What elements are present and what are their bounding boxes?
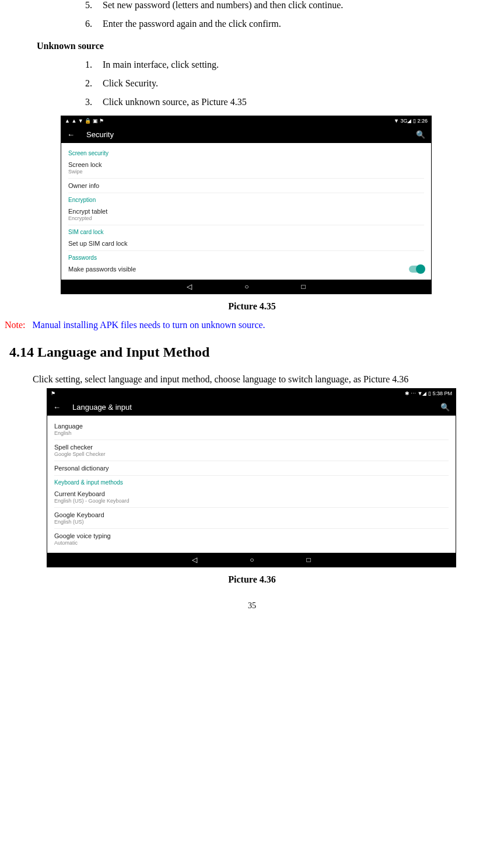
nav-back-icon[interactable]: ◁ — [192, 556, 197, 564]
appbar-title: Security — [86, 130, 404, 139]
row-title: Google Keyboard — [54, 511, 449, 518]
note-line: Note: Manual installing APK files needs … — [5, 320, 499, 330]
subheading-unknown-source: Unknown source — [37, 41, 499, 51]
row-sim-card-lock[interactable]: Set up SIM card lock — [68, 236, 424, 251]
status-left-icons: ▲ ▲ ▼ 🔒 ▣ ⚑ — [65, 118, 104, 124]
list-text: Enter the password again and the click c… — [103, 19, 499, 29]
nav-recent-icon[interactable]: □ — [307, 556, 311, 564]
row-title: Make passwords visible — [68, 266, 409, 273]
list-number: 2. — [69, 78, 103, 89]
section-passwords: Passwords — [68, 251, 424, 262]
row-subtitle: Encrypted — [68, 215, 424, 221]
back-icon[interactable]: ← — [67, 130, 75, 139]
paragraph-language-input: Click setting, select language and input… — [33, 374, 499, 385]
row-subtitle: English (US) — [54, 519, 449, 525]
nav-home-icon[interactable]: ○ — [244, 283, 249, 291]
row-subtitle: Swipe — [68, 169, 424, 175]
section-encryption: Encryption — [68, 193, 424, 204]
list-number: 5. — [69, 0, 103, 11]
search-icon[interactable]: 🔍 — [416, 130, 425, 139]
row-screen-lock[interactable]: Screen lock Swipe — [68, 158, 424, 179]
caption-picture-4-35: Picture 4.35 — [5, 301, 499, 312]
row-title: Current Keyboard — [54, 490, 449, 497]
row-make-passwords-visible[interactable]: Make passwords visible — [68, 262, 424, 276]
search-icon[interactable]: 🔍 — [440, 403, 450, 412]
row-current-keyboard[interactable]: Current Keyboard English (US) - Google K… — [54, 487, 449, 508]
appbar-title: Language & input — [72, 403, 429, 412]
row-title: Owner info — [68, 182, 424, 189]
row-subtitle: English (US) - Google Keyboard — [54, 498, 449, 504]
row-title: Language — [54, 423, 449, 430]
list-item: 2. Click Security. — [69, 78, 499, 89]
row-title: Spell checker — [54, 444, 449, 451]
page-number: 35 — [5, 601, 499, 611]
row-title: Personal dictionary — [54, 465, 449, 472]
row-title: Google voice typing — [54, 532, 449, 539]
list-item: 5. Set new password (letters and numbers… — [69, 0, 499, 11]
list-text: Set new password (letters and numbers) a… — [103, 0, 499, 11]
nav-recent-icon[interactable]: □ — [302, 283, 306, 291]
settings-body: Screen security Screen lock Swipe Owner … — [61, 143, 431, 280]
list-text: In main interface, click setting. — [103, 60, 499, 70]
caption-picture-4-36: Picture 4.36 — [5, 574, 499, 585]
status-right-icons: ✱ ⋯ ▼◢ ▯ 5:38 PM — [405, 391, 452, 396]
row-spell-checker[interactable]: Spell checker Google Spell Checker — [54, 440, 449, 461]
list-item: 3. Click unknown source, as Picture 4.35 — [69, 97, 499, 107]
status-bar: ⚑ ✱ ⋯ ▼◢ ▯ 5:38 PM — [47, 389, 456, 398]
status-left-icons: ⚑ — [51, 391, 55, 396]
row-title: Set up SIM card lock — [68, 240, 424, 247]
list-item: 6. Enter the password again and the clic… — [69, 19, 499, 29]
nav-bar: ◁ ○ □ — [47, 553, 456, 567]
row-title: Screen lock — [68, 161, 424, 168]
row-personal-dictionary[interactable]: Personal dictionary — [54, 461, 449, 476]
row-owner-info[interactable]: Owner info — [68, 179, 424, 193]
note-text: Manual installing APK files needs to tur… — [33, 320, 265, 330]
row-google-keyboard[interactable]: Google Keyboard English (US) — [54, 508, 449, 529]
nav-home-icon[interactable]: ○ — [250, 556, 254, 564]
row-google-voice-typing[interactable]: Google voice typing Automatic — [54, 529, 449, 549]
section-sim-card-lock: SIM card lock — [68, 225, 424, 236]
list-item: 1. In main interface, click setting. — [69, 60, 499, 70]
status-bar: ▲ ▲ ▼ 🔒 ▣ ⚑ ▼ 3G◢ ▯ 2:26 — [61, 116, 431, 126]
row-subtitle: English — [54, 430, 449, 436]
list-number: 3. — [69, 97, 103, 107]
row-encrypt-tablet[interactable]: Encrypt tablet Encrypted — [68, 204, 424, 225]
row-title: Encrypt tablet — [68, 208, 424, 215]
back-icon[interactable]: ← — [53, 403, 61, 412]
app-bar: ← Language & input 🔍 — [47, 398, 456, 416]
list-number: 1. — [69, 60, 103, 70]
row-subtitle: Automatic — [54, 540, 449, 546]
list-text: Click Security. — [103, 78, 499, 89]
screenshot-security: ▲ ▲ ▼ 🔒 ▣ ⚑ ▼ 3G◢ ▯ 2:26 ← Security 🔍 Sc… — [61, 116, 432, 294]
nav-back-icon[interactable]: ◁ — [187, 283, 192, 291]
section-keyboard-input: Keyboard & input methods — [54, 476, 449, 487]
list-number: 6. — [69, 19, 103, 29]
screenshot-language-input: ⚑ ✱ ⋯ ▼◢ ▯ 5:38 PM ← Language & input 🔍 … — [47, 388, 456, 567]
section-screen-security: Screen security — [68, 147, 424, 158]
toggle-passwords-visible[interactable] — [409, 266, 424, 273]
status-right-icons: ▼ 3G◢ ▯ 2:26 — [394, 118, 428, 124]
section-heading-4-14: 4.14 Language and Input Method — [9, 344, 499, 360]
row-language[interactable]: Language English — [54, 419, 449, 440]
row-subtitle: Google Spell Checker — [54, 451, 449, 457]
app-bar: ← Security 🔍 — [61, 126, 431, 143]
settings-body: Language English Spell checker Google Sp… — [47, 416, 456, 553]
list-text: Click unknown source, as Picture 4.35 — [103, 97, 499, 107]
nav-bar: ◁ ○ □ — [61, 280, 431, 294]
note-label: Note: — [5, 320, 26, 330]
